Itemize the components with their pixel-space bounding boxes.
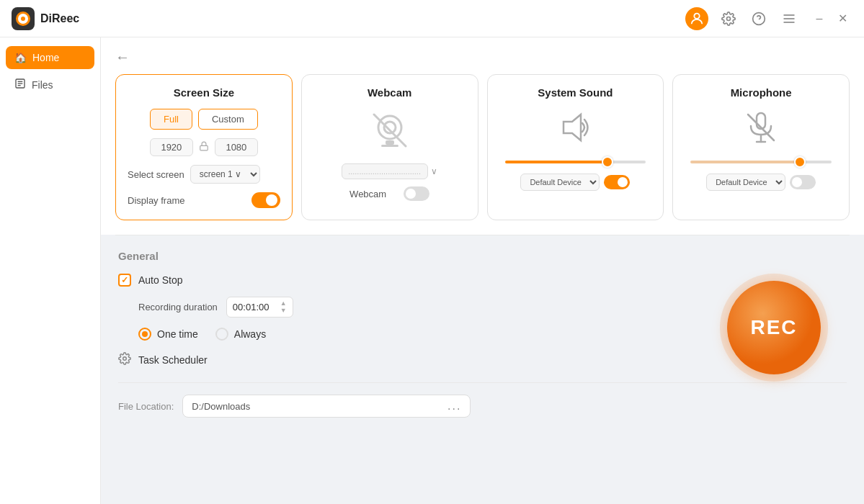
screen-select[interactable]: screen 1 ∨ screen 2: [190, 165, 260, 184]
microphone-title: Microphone: [685, 86, 837, 99]
sound-icon-wrap: [499, 109, 652, 146]
svg-point-22: [123, 357, 127, 361]
task-scheduler-gear-icon: [118, 352, 131, 368]
system-sound-device-select[interactable]: Default Device: [520, 174, 600, 191]
custom-button[interactable]: Custom: [198, 109, 258, 130]
select-row: Select screen screen 1 ∨ screen 2: [128, 165, 280, 184]
webcam-toggle-label: Webcam: [349, 189, 386, 199]
system-sound-title: System Sound: [499, 86, 652, 99]
always-option[interactable]: Always: [215, 328, 266, 341]
mic-icon-wrap: [685, 109, 837, 146]
duration-up-btn[interactable]: ▲: [280, 300, 287, 307]
minimize-button[interactable]: –: [809, 9, 829, 29]
webcam-dropdown-btn[interactable]: ∨: [431, 166, 437, 176]
files-icon: [14, 78, 26, 91]
sidebar: 🏠 Home Files: [0, 37, 101, 504]
general-title: General: [118, 250, 847, 262]
duration-label: Recording duration: [138, 302, 218, 312]
size-buttons: Full Custom: [128, 109, 280, 130]
mic-device-select[interactable]: Default Device: [706, 174, 785, 191]
title-bar-right: – ✕: [685, 7, 852, 30]
system-sound-slider[interactable]: [505, 161, 646, 163]
display-frame-label: Display frame: [128, 195, 184, 206]
webcam-toggle-row: Webcam: [313, 186, 466, 201]
screen-size-card: Screen Size Full Custom Select screen: [115, 74, 293, 220]
file-path-box: D:/Downloads ...: [182, 395, 471, 418]
sidebar-item-files[interactable]: Files: [6, 72, 94, 97]
sidebar-item-home[interactable]: 🏠 Home: [6, 46, 94, 69]
mic-toggle[interactable]: [790, 175, 816, 189]
auto-stop-label: Auto Stop: [138, 274, 183, 286]
back-button[interactable]: ←: [115, 49, 130, 66]
app-logo-icon: [16, 12, 30, 26]
webcam-title: Webcam: [313, 86, 466, 99]
always-radio[interactable]: [215, 328, 228, 341]
resolution-row: [128, 138, 280, 156]
home-icon: 🏠: [14, 52, 27, 63]
app-logo: [12, 7, 35, 30]
cards-row: Screen Size Full Custom Select screen: [115, 74, 850, 220]
svg-marker-17: [564, 114, 581, 140]
duration-spinners: ▲ ▼: [280, 300, 287, 314]
sidebar-files-label: Files: [32, 79, 53, 91]
one-time-radio[interactable]: [138, 328, 151, 341]
file-path-text: D:/Downloads: [192, 401, 250, 412]
display-frame-row: Display frame: [128, 192, 280, 208]
system-sound-toggle[interactable]: [604, 175, 630, 189]
main-content: ← Screen Size Full Custom: [101, 37, 864, 504]
select-screen-label: Select screen: [128, 169, 184, 180]
app-name: DiReec: [40, 12, 79, 25]
webcam-device-input[interactable]: [342, 163, 428, 179]
file-more-button[interactable]: ...: [447, 400, 461, 413]
system-sound-card: System Sound Default Device: [487, 74, 664, 220]
webcam-card: Webcam ∨: [301, 74, 478, 220]
always-label: Always: [234, 328, 266, 340]
system-sound-slider-wrap: [505, 153, 646, 166]
webcam-icon-wrap: [313, 109, 466, 152]
rec-button[interactable]: REC: [727, 281, 821, 374]
title-bar-left: DiReec: [12, 7, 79, 30]
app-body: 🏠 Home Files ← Screen Size Full Custom: [0, 37, 864, 504]
duration-input[interactable]: [233, 302, 276, 312]
rec-button-wrap: REC: [727, 281, 821, 374]
lock-icon: [199, 141, 209, 153]
webcam-select-row: ∨: [313, 163, 466, 179]
settings-button[interactable]: [718, 9, 739, 29]
duration-down-btn[interactable]: ▼: [280, 307, 287, 314]
svg-rect-14: [386, 140, 394, 145]
one-time-option[interactable]: One time: [138, 328, 198, 341]
microphone-card: Microphone: [672, 74, 850, 220]
width-input[interactable]: [150, 138, 193, 156]
avatar-button[interactable]: [685, 7, 708, 30]
sidebar-home-label: Home: [32, 52, 59, 63]
system-sound-device-row: Default Device: [499, 174, 652, 191]
task-scheduler-label: Task Scheduler: [138, 354, 208, 366]
screen-size-title: Screen Size: [128, 86, 280, 99]
menu-button[interactable]: [779, 9, 799, 29]
cards-area: ← Screen Size Full Custom: [101, 37, 864, 235]
file-location-label: File Location:: [118, 401, 174, 412]
auto-stop-checkbox[interactable]: [118, 274, 131, 287]
webcam-toggle[interactable]: [404, 186, 429, 201]
svg-point-0: [694, 13, 699, 18]
svg-rect-11: [200, 145, 208, 150]
general-section: General Auto Stop Recording duration ▲ ▼: [101, 235, 864, 432]
file-location-row: File Location: D:/Downloads ...: [118, 382, 847, 418]
full-button[interactable]: Full: [150, 109, 192, 130]
mic-slider[interactable]: [690, 161, 832, 163]
close-button[interactable]: ✕: [832, 9, 852, 29]
svg-point-1: [727, 17, 731, 20]
mic-device-row: Default Device: [685, 174, 837, 191]
one-time-label: One time: [157, 328, 198, 340]
display-frame-toggle[interactable]: [251, 192, 280, 208]
title-bar: DiReec – ✕: [0, 0, 864, 37]
window-controls: – ✕: [809, 9, 852, 29]
svg-rect-15: [381, 145, 398, 147]
help-button[interactable]: [749, 9, 769, 29]
height-input[interactable]: [215, 138, 258, 156]
mic-slider-wrap: [690, 153, 832, 166]
duration-input-wrap: ▲ ▼: [226, 297, 293, 318]
svg-point-12: [378, 116, 401, 139]
